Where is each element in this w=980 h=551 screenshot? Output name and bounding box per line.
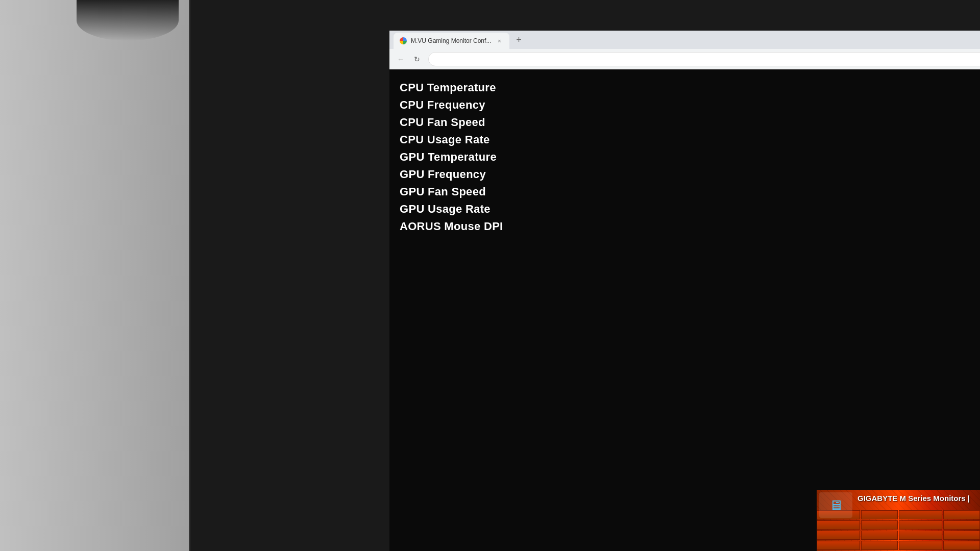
screen: M.VU Gaming Monitor Conf... × + ← ↻ ☆ ⋮ …: [389, 31, 980, 551]
metric-item-gpu-frequency[interactable]: GPU Frequency: [400, 166, 980, 183]
metric-item-gpu-temperature[interactable]: GPU Temperature: [400, 149, 980, 165]
metric-item-cpu-fan-speed[interactable]: CPU Fan Speed: [400, 114, 980, 131]
page-content: CPU TemperatureCPU FrequencyCPU Fan Spee…: [389, 69, 980, 551]
video-title: GIGABYTE M Series Monitors |: [857, 494, 976, 503]
laptop-frame: M.VU Gaming Monitor Conf... × + ← ↻ ☆ ⋮ …: [189, 0, 980, 551]
reload-button[interactable]: ↻: [410, 52, 424, 66]
gigabyte-icon: 🖥: [829, 497, 843, 514]
browser-chrome: M.VU Gaming Monitor Conf... × + ← ↻ ☆ ⋮: [389, 31, 980, 69]
hand-silhouette: [77, 0, 179, 41]
video-logo: 🖥: [819, 492, 852, 518]
metric-item-cpu-frequency[interactable]: CPU Frequency: [400, 97, 980, 113]
metric-item-gpu-fan-speed[interactable]: GPU Fan Speed: [400, 184, 980, 200]
video-content: 🖥 GIGABYTE M Series Monitors |: [817, 490, 980, 551]
tab-title: M.VU Gaming Monitor Conf...: [411, 37, 491, 44]
left-wall: [0, 0, 191, 551]
active-tab[interactable]: M.VU Gaming Monitor Conf... ×: [394, 33, 509, 49]
metric-item-cpu-temperature[interactable]: CPU Temperature: [400, 80, 980, 96]
back-button[interactable]: ←: [394, 52, 408, 66]
address-bar-row: ← ↻ ☆ ⋮: [389, 49, 980, 69]
metric-item-cpu-usage-rate[interactable]: CPU Usage Rate: [400, 132, 980, 148]
metric-item-aorus-mouse-dpi[interactable]: AORUS Mouse DPI: [400, 218, 980, 235]
tab-close-button[interactable]: ×: [495, 37, 503, 45]
address-bar[interactable]: [428, 52, 980, 66]
video-thumbnail[interactable]: 🖥 GIGABYTE M Series Monitors |: [817, 490, 980, 551]
tab-bar: M.VU Gaming Monitor Conf... × +: [389, 31, 980, 49]
new-tab-button[interactable]: +: [511, 33, 526, 47]
metrics-list: CPU TemperatureCPU FrequencyCPU Fan Spee…: [400, 80, 980, 235]
metric-item-gpu-usage-rate[interactable]: GPU Usage Rate: [400, 201, 980, 217]
tab-favicon: [400, 37, 407, 44]
